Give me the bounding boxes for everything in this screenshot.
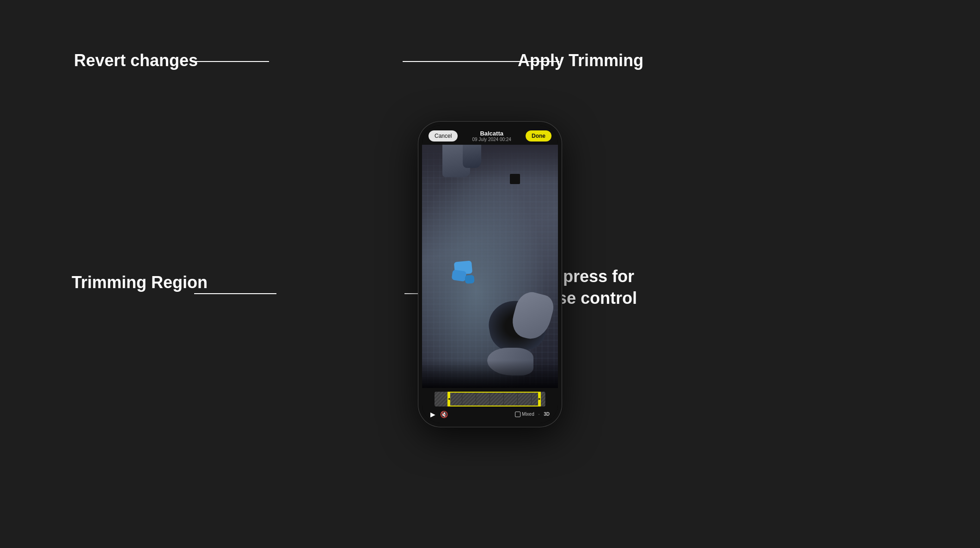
phone-bottom-bar: ◂ ▸ ▶ 🔇 — [422, 388, 558, 423]
blue-highlighted-object — [452, 261, 480, 284]
revert-changes-label: Revert changes — [74, 51, 198, 70]
phone-screen: Cancel Balcatta 09 July 2024 00:24 Done — [422, 125, 558, 423]
view-3d-label: 3D — [544, 412, 550, 417]
trimming-region-label: Trimming Region — [72, 273, 208, 292]
blue-blob-2 — [451, 270, 466, 282]
wall-fragment-2 — [463, 145, 481, 168]
apply-trimming-label: Apply Trimming — [518, 51, 643, 70]
trim-selection-region[interactable] — [448, 392, 540, 406]
revert-changes-line — [192, 61, 269, 62]
handle-left-arrow: ◂ — [448, 397, 450, 401]
scan-title: Balcatta — [472, 130, 511, 137]
trimming-region-line — [194, 293, 276, 294]
view-divider: · — [538, 410, 540, 419]
view-3d-button[interactable]: 3D — [544, 412, 550, 417]
trim-handle-left[interactable]: ◂ — [447, 392, 450, 406]
phone-title-area: Balcatta 09 July 2024 00:24 — [472, 130, 511, 142]
timeline-area[interactable]: ◂ ▸ — [429, 392, 551, 406]
scan-detail-square — [510, 174, 520, 184]
trim-handle-right[interactable]: ▸ — [538, 392, 541, 406]
blue-blob-3 — [465, 275, 474, 283]
view-mode-button[interactable]: Mixed — [515, 412, 534, 417]
timeline-track[interactable]: ◂ ▸ — [435, 392, 545, 406]
cube-icon — [515, 412, 521, 417]
sound-button[interactable]: 🔇 — [440, 411, 448, 418]
playback-left-controls: ▶ 🔇 — [430, 411, 448, 418]
ground-dark-area — [422, 360, 558, 388]
play-button[interactable]: ▶ — [430, 411, 435, 418]
done-button[interactable]: Done — [526, 130, 551, 142]
scan-date: 09 July 2024 00:24 — [472, 137, 511, 142]
cancel-button[interactable]: Cancel — [429, 130, 458, 142]
handle-right-arrow: ▸ — [539, 397, 540, 401]
scan-viewport — [422, 145, 558, 388]
apply-trimming-line-right — [513, 61, 559, 62]
frame-thumb — [435, 392, 448, 406]
view-mode-label: Mixed — [522, 412, 534, 417]
apply-trimming-line-left — [403, 61, 514, 62]
phone-outer-shell: Cancel Balcatta 09 July 2024 00:24 Done — [418, 122, 562, 427]
playback-right-controls: Mixed · 3D — [515, 410, 550, 419]
playback-controls: ▶ 🔇 Mixed · 3D — [429, 410, 551, 419]
phone-top-bar: Cancel Balcatta 09 July 2024 00:24 Done — [422, 125, 558, 145]
phone-mockup: Cancel Balcatta 09 July 2024 00:24 Done — [418, 122, 562, 427]
